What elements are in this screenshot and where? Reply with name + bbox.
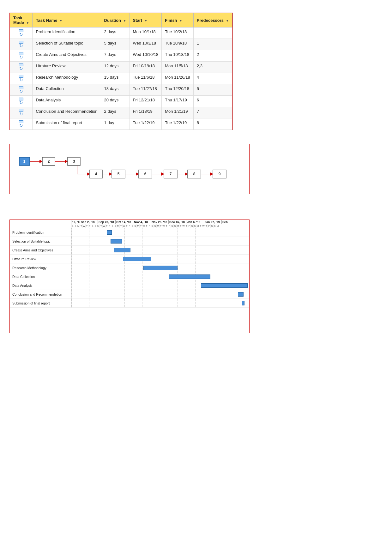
table-row: ↻ Submission of final report1 dayTue 1/2… [10,118,232,130]
col-header-start[interactable]: Start ▼ [130,13,162,27]
task-name-cell: Create Aims and Objectives [33,50,101,62]
gantt-month-cell: Dec 16, '18 [169,220,186,224]
gantt-day-cell: T [106,224,108,228]
gantt-vgrid-line [195,299,196,307]
task-start-cell: Fri 10/19/18 [130,62,162,73]
gantt-vgrid-line [178,290,178,298]
node-3-label: 3 [73,159,75,164]
network-diagram-container: 1 2 3 4 5 6 7 8 9 [9,144,250,194]
col-header-finish[interactable]: Finish ▼ [162,13,194,27]
gantt-bar-row [71,255,249,263]
gantt-label-row: Selection of Suitable topic [10,237,71,246]
gantt-vgrid-line [124,299,125,307]
gantt-bar-row [71,237,249,246]
gantt-day-cell: T [199,224,202,228]
gantt-month-cell: Nov 4, '18 [133,220,151,224]
gantt-day-cell: S [154,224,157,228]
task-finish-cell: Tue 10/9/18 [162,39,194,50]
gantt-month-cell: Jan 6, '19 [186,220,204,224]
node-4-label: 4 [95,172,97,176]
gantt-bar [143,266,178,270]
col-header-task-mode[interactable]: TaskMode ▼ [10,13,33,27]
col-header-task-name[interactable]: Task Name ▼ [33,13,101,27]
gantt-bar [111,239,122,244]
gantt-day-cell: M [137,224,140,228]
col-header-duration[interactable]: Duration ▼ [101,13,130,27]
gantt-day-cell: T [145,224,148,228]
task-finish-cell: Thu 1/17/19 [162,96,194,107]
task-mode-icon: ↻ [13,120,29,128]
gantt-day-cell: S [214,224,216,228]
task-mode-cell: ↻ [10,62,33,73]
gantt-vgrid-line [142,290,142,298]
gantt-day-cell: S [191,224,194,228]
gantt-vgrid-line [89,263,89,272]
gantt-bar [169,274,210,279]
gantt-day-cell: F [208,224,211,228]
gantt-vgrid-line [71,228,72,237]
gantt-vgrid-line [195,263,196,272]
task-finish-cell: Tue 1/22/19 [162,118,194,130]
task-predecessors-cell [193,27,232,39]
task-duration-cell: 15 days [101,73,130,84]
gantt-day-cell: T [100,224,103,228]
task-mode-cell: ↻ [10,118,33,130]
gantt-day-cell: T [140,224,142,228]
gantt-vgrid-line [213,272,213,281]
task-start-cell: Tue 1/22/19 [130,118,162,130]
gantt-vgrid-line [89,272,89,281]
gantt-day-cell: M [117,224,120,228]
gantt-day-cell: M [177,224,179,228]
gantt-label-row: Submission of final report [10,299,71,308]
task-predecessors-cell: 7 [193,107,232,118]
gantt-vgrid-line [195,246,196,254]
task-finish-cell: Mon 11/26/18 [162,73,194,84]
gantt-vgrid-line [124,281,125,290]
gantt-month-cell: Sep 23, '18 [98,220,116,224]
gantt-day-cell: F [88,224,91,228]
task-name-cell: Selection of Suitable topic [33,39,101,50]
task-name-cell: Problem Identification [33,27,101,39]
gantt-day-cell: S [211,224,214,228]
task-predecessors-cell: 6 [193,96,232,107]
col-header-predecessors[interactable]: Predecessors ▼ [193,13,232,27]
gantt-label-header [10,220,71,224]
gantt-vgrid-line [89,228,89,237]
gantt-vgrid-line [107,237,107,245]
gantt-vgrid-line [142,228,142,237]
gantt-vgrid-line [89,237,89,245]
node-6-label: 6 [144,172,147,176]
task-mode-icon: ↻ [13,41,29,48]
gantt-day-cell: S [111,224,114,228]
task-start-cell: Fri 12/21/18 [130,96,162,107]
gantt-month-cell: 12, '18 [71,220,80,224]
task-duration-cell: 1 day [101,118,130,130]
task-mode-cell: ↻ [10,50,33,62]
network-diagram-svg: 1 2 3 4 5 6 7 8 9 [15,150,245,188]
gantt-day-cell: S [151,224,154,228]
gantt-vgrid-line [124,228,125,237]
task-mode-cell: ↻ [10,39,33,50]
gantt-vgrid-line [124,237,125,245]
gantt-vgrid-line [107,281,107,290]
table-row: ↻ Conclusion and Recommendetion2 daysFri… [10,107,232,118]
gantt-bar [242,301,244,305]
gantt-vgrid-line [213,228,213,237]
gantt-bar-row [71,281,249,290]
task-name-cell: Research Methodology [33,73,101,84]
gantt-day-cell: M [77,224,80,228]
task-predecessors-cell: 4 [193,73,232,84]
gantt-day-cell: F [188,224,191,228]
task-name-cell: Data Analysis [33,96,101,107]
gantt-vgrid-line [107,299,107,307]
gantt-month-cell: Sep 2, '18 [80,220,98,224]
task-mode-icon: ↻ [13,98,29,105]
gantt-vgrid-line [160,290,160,298]
gantt-vgrid-line [71,281,72,290]
gantt-bar [114,248,130,252]
gantt-bar [123,257,151,261]
node-5-label: 5 [118,172,120,176]
task-start-cell: Fri 1/18/19 [130,107,162,118]
gantt-day-cell: T [165,224,168,228]
gantt-day-cell: M [97,224,100,228]
